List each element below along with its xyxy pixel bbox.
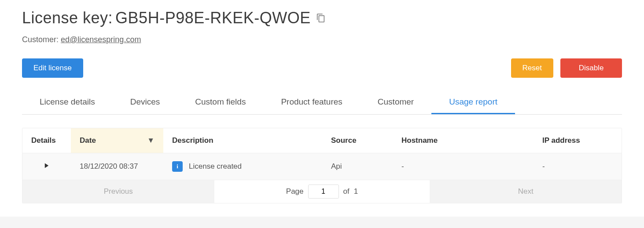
sort-desc-icon: ▼ [147, 136, 155, 145]
cell-description: iLicense created [163, 153, 322, 180]
next-button[interactable]: Next [430, 180, 622, 203]
tab-license-details[interactable]: License details [22, 91, 113, 114]
cell-hostname: - [393, 153, 534, 180]
tab-customer[interactable]: Customer [360, 91, 431, 114]
page-label: Page [286, 187, 304, 196]
tab-devices[interactable]: Devices [113, 91, 178, 114]
table-header-row: Details Date ▼ Description Source Hostna… [22, 128, 622, 153]
customer-line: Customer: ed@licensespring.com [22, 35, 622, 44]
license-key-value: GB5H-P98E-RKEK-QWOE [115, 9, 311, 27]
col-hostname[interactable]: Hostname [393, 128, 534, 153]
of-label: of [343, 187, 350, 196]
col-ip[interactable]: IP address [534, 128, 622, 153]
total-pages: 1 [354, 187, 358, 196]
pager: Previous Page of 1 Next [22, 180, 622, 203]
col-source[interactable]: Source [322, 128, 393, 153]
tabs: License detailsDevicesCustom fieldsProdu… [22, 91, 622, 115]
customer-email-link[interactable]: ed@licensespring.com [61, 35, 141, 44]
description-text: License created [189, 162, 242, 171]
col-date[interactable]: Date ▼ [71, 128, 163, 153]
tab-usage-report[interactable]: Usage report [431, 91, 515, 114]
disable-button[interactable]: Disable [560, 58, 622, 78]
title-prefix: License key: [22, 9, 113, 27]
cell-source: Api [322, 153, 393, 180]
info-icon: i [172, 161, 183, 172]
previous-button[interactable]: Previous [22, 180, 214, 203]
cell-date: 18/12/2020 08:37 [71, 153, 163, 180]
page-input[interactable] [308, 185, 339, 199]
copy-icon[interactable] [316, 13, 326, 23]
reset-button[interactable]: Reset [511, 58, 553, 78]
customer-label: Customer: [22, 35, 61, 44]
edit-license-button[interactable]: Edit license [22, 58, 83, 78]
cell-ip: - [534, 153, 622, 180]
expand-row-button[interactable] [22, 153, 71, 180]
col-details[interactable]: Details [22, 128, 71, 153]
col-description[interactable]: Description [163, 128, 322, 153]
page-title: License key: GB5H-P98E-RKEK-QWOE [22, 9, 622, 27]
tab-custom-fields[interactable]: Custom fields [177, 91, 263, 114]
tab-product-features[interactable]: Product features [263, 91, 360, 114]
table-row: 18/12/2020 08:37iLicense createdApi-- [22, 153, 622, 180]
svg-marker-0 [45, 163, 48, 168]
